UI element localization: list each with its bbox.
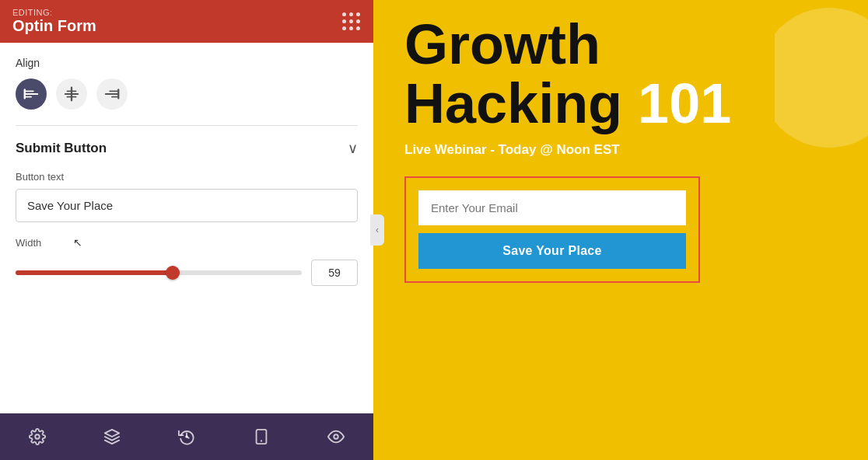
svg-point-17 — [334, 434, 338, 439]
bottom-toolbar — [0, 413, 373, 460]
right-panel: Growth Hacking 101 Live Webinar - Today … — [373, 0, 868, 460]
divider — [16, 125, 358, 126]
left-panel: EDITING: Optin Form Align — [0, 0, 373, 460]
submit-button[interactable]: Save Your Place — [418, 233, 686, 269]
align-left-button[interactable] — [16, 78, 47, 110]
slider-value: 59 — [328, 267, 341, 279]
webinar-label: Live Webinar - Today @ Noon EST — [404, 142, 845, 158]
hero-line1: Growth — [404, 16, 845, 75]
history-icon — [178, 428, 195, 445]
panel-title: Optin Form — [12, 17, 96, 35]
slider-thumb[interactable] — [166, 266, 180, 280]
button-text-label: Button text — [16, 171, 358, 183]
svg-point-12 — [35, 434, 40, 439]
dots-grid-icon[interactable] — [342, 12, 361, 31]
mobile-icon — [253, 428, 270, 445]
layers-icon — [103, 428, 121, 445]
slider-fill — [16, 270, 173, 275]
slider-track[interactable] — [16, 270, 302, 275]
chevron-down-icon[interactable]: ∨ — [348, 140, 358, 157]
align-row — [16, 78, 358, 110]
align-right-icon — [103, 85, 121, 103]
hero-number: 101 — [638, 72, 731, 134]
hero-title: Growth Hacking 101 — [404, 16, 845, 133]
panel-header-left: EDITING: Optin Form — [12, 8, 96, 35]
history-toolbar-button[interactable] — [173, 423, 201, 451]
panel-body: Align — [0, 43, 373, 413]
align-left-icon — [23, 85, 40, 103]
preview-toolbar-button[interactable] — [322, 423, 350, 451]
svg-marker-13 — [105, 430, 119, 437]
align-center-icon — [63, 85, 80, 103]
hero-line2: Hacking 101 — [404, 75, 845, 134]
settings-toolbar-button[interactable] — [23, 423, 51, 451]
email-input[interactable] — [418, 190, 686, 225]
hero-hacking: Hacking — [404, 72, 638, 134]
layers-toolbar-button[interactable] — [98, 423, 126, 451]
optin-form-container: Save Your Place — [404, 176, 700, 283]
preview-icon — [327, 428, 345, 445]
cursor-icon: ↖ — [73, 236, 82, 249]
mobile-toolbar-button[interactable] — [247, 423, 275, 451]
slider-value-box: 59 — [311, 260, 358, 286]
editing-label: EDITING: — [12, 8, 96, 17]
collapse-handle[interactable]: ‹ — [370, 214, 384, 246]
panel-header: EDITING: Optin Form — [0, 0, 373, 43]
slider-row: 59 — [16, 260, 358, 286]
align-right-button[interactable] — [96, 78, 128, 110]
align-label: Align — [16, 57, 358, 69]
width-label: Width — [16, 237, 62, 249]
settings-icon — [29, 428, 46, 445]
align-center-button[interactable] — [56, 78, 87, 110]
button-text-input[interactable] — [16, 189, 358, 222]
submit-button-section-header: Submit Button ∨ — [16, 140, 358, 157]
submit-section-title: Submit Button — [16, 141, 107, 156]
width-row: Width ↖ — [16, 236, 358, 249]
